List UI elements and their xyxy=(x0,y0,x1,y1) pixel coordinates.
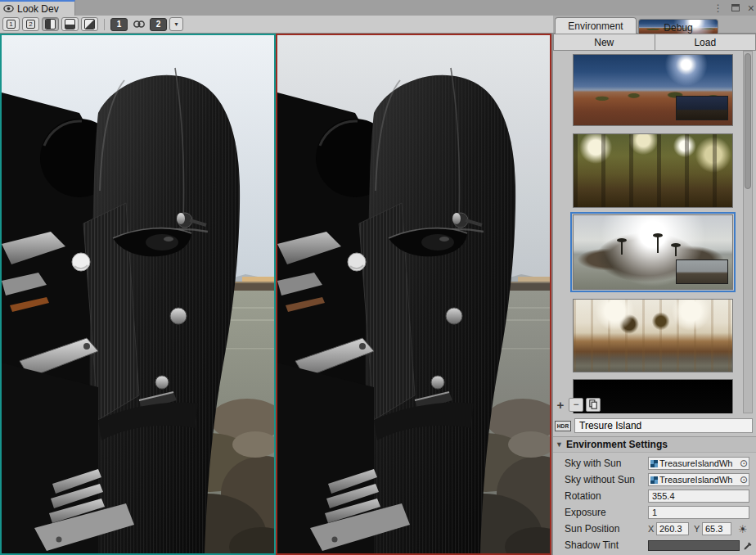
rotation-row: Rotation 355.4 xyxy=(553,489,756,503)
hdri-name-row: HDR Tresure Island xyxy=(553,417,756,435)
tab-debug-label: Debug xyxy=(664,22,692,34)
foldout-triangle-icon: ▼ xyxy=(556,440,563,449)
add-hdri-button[interactable]: + xyxy=(555,398,566,412)
shadow-tint-color-swatch[interactable] xyxy=(648,540,740,551)
hdri-inset-preview xyxy=(676,259,728,284)
toolbar-separator xyxy=(104,19,105,30)
camera-2-button[interactable]: 2 xyxy=(150,18,167,31)
lookdev-toolbar: 1 2 1 2 ▾ xyxy=(0,16,553,34)
environment-settings-title: Environment Settings xyxy=(566,439,668,450)
window-controls: ⋮ × xyxy=(713,0,754,16)
hdri-thumbnail-church[interactable] xyxy=(573,299,733,372)
duplicate-icon xyxy=(589,399,597,409)
view-1-render[interactable] xyxy=(0,34,276,555)
hdri-thumbnail-forest[interactable] xyxy=(573,133,733,208)
sky-without-sun-label: Sky without Sun xyxy=(565,474,635,485)
sky-with-sun-value: TreasureIslandWh xyxy=(659,458,740,468)
scrollbar-thumb[interactable] xyxy=(745,53,751,189)
hdri-thumbnail-outback[interactable] xyxy=(573,54,733,126)
library-actions: New Load xyxy=(553,34,756,51)
rotation-label: Rotation xyxy=(565,490,601,502)
exposure-label: Exposure xyxy=(565,507,606,518)
panel-tab-strip: Environment Debug xyxy=(553,16,756,34)
object-picker-icon[interactable]: ⊙ xyxy=(740,459,748,467)
shadow-tint-row: Shadow Tint xyxy=(553,538,756,553)
single-view-1-button[interactable]: 1 xyxy=(2,17,20,31)
hdri-list-toolbar: + − xyxy=(555,396,601,413)
sky-with-sun-label: Sky with Sun xyxy=(565,458,621,469)
palm-tree-silhouette xyxy=(675,246,677,256)
link-cameras-button[interactable] xyxy=(130,17,147,31)
environment-settings-header[interactable]: ▼ Environment Settings xyxy=(553,437,756,453)
shadow-tint-label: Shadow Tint xyxy=(565,539,619,551)
thumbnail-list-scrollbar[interactable] xyxy=(743,51,753,413)
hdr-badge-icon: HDR xyxy=(555,421,571,431)
palm-tree-silhouette xyxy=(621,241,623,255)
window-title: Look Dev xyxy=(17,3,59,15)
camera-options-dropdown[interactable]: ▾ xyxy=(169,17,183,31)
tab-environment-label: Environment xyxy=(568,20,623,32)
hdri-thumbnail-treasure-island[interactable] xyxy=(573,214,733,290)
remove-hdri-button[interactable]: − xyxy=(569,398,583,412)
sun-position-y-field[interactable]: 65.3 xyxy=(702,522,731,535)
split-diagonal-icon xyxy=(84,19,95,29)
view-1-label: 1 xyxy=(7,20,16,29)
eyedropper-icon[interactable] xyxy=(743,539,753,554)
eye-icon xyxy=(3,5,14,12)
exposure-field[interactable]: 1 xyxy=(648,506,749,519)
sky-with-sun-row: Sky with Sun TreasureIslandWh ⊙ xyxy=(553,456,756,471)
link-icon xyxy=(133,20,145,28)
environment-settings-section: ▼ Environment Settings Sky with Sun Trea… xyxy=(553,436,756,555)
window-menu-icon[interactable]: ⋮ xyxy=(713,3,723,13)
palm-tree-silhouette xyxy=(657,237,659,253)
sun-position-label: Sun Position xyxy=(565,523,619,535)
lookdev-render xyxy=(2,35,274,553)
sky-without-sun-object-field[interactable]: TreasureIslandWh ⊙ xyxy=(648,473,749,486)
x-axis-label: X xyxy=(648,524,654,534)
view-2-render[interactable] xyxy=(276,34,551,555)
lookdev-viewport xyxy=(0,34,553,555)
maximize-icon[interactable] xyxy=(731,4,740,11)
split-horizontal-icon xyxy=(65,19,75,29)
hdri-inset-preview xyxy=(676,96,728,120)
zone-view-button[interactable] xyxy=(81,17,98,31)
load-button[interactable]: Load xyxy=(655,34,756,51)
new-button[interactable]: New xyxy=(553,34,655,51)
camera-1-button[interactable]: 1 xyxy=(110,18,128,31)
side-by-side-view-button[interactable] xyxy=(42,17,59,31)
sky-with-sun-object-field[interactable]: TreasureIslandWh ⊙ xyxy=(648,457,749,470)
environment-panel: Environment Debug New Load + − xyxy=(553,16,756,555)
hdri-thumbnail-list xyxy=(553,51,756,413)
titlebar: Look Dev ⋮ × xyxy=(0,0,756,16)
sun-icon[interactable]: ☀ xyxy=(738,524,748,535)
sun-position-x-field[interactable]: 260.3 xyxy=(656,522,689,535)
cubemap-texture-icon xyxy=(650,460,658,467)
sun-position-row: Sun Position X 260.3 Y 65.3 ☀ xyxy=(553,521,756,536)
sky-without-sun-row: Sky without Sun TreasureIslandWh ⊙ xyxy=(553,472,756,487)
y-axis-label: Y xyxy=(694,524,700,534)
tab-environment[interactable]: Environment xyxy=(555,17,637,34)
lookdev-render xyxy=(277,35,550,553)
lookdev-window-tab[interactable]: Look Dev xyxy=(0,0,75,16)
split-vertical-icon xyxy=(45,19,56,29)
object-picker-icon[interactable]: ⊙ xyxy=(740,476,748,484)
split-view-button[interactable] xyxy=(61,17,79,31)
view-2-label: 2 xyxy=(26,20,35,29)
hdri-name-field[interactable]: Tresure Island xyxy=(574,418,753,433)
cubemap-texture-icon xyxy=(650,476,658,484)
close-icon[interactable]: × xyxy=(748,3,754,13)
exposure-row: Exposure 1 xyxy=(553,505,756,520)
rotation-field[interactable]: 355.4 xyxy=(648,490,749,503)
single-view-2-button[interactable]: 2 xyxy=(22,17,39,31)
tab-debug[interactable]: Debug xyxy=(638,19,718,35)
chevron-down-icon: ▾ xyxy=(174,20,178,28)
duplicate-hdri-button[interactable] xyxy=(586,398,601,412)
sky-without-sun-value: TreasureIslandWh xyxy=(659,475,740,485)
